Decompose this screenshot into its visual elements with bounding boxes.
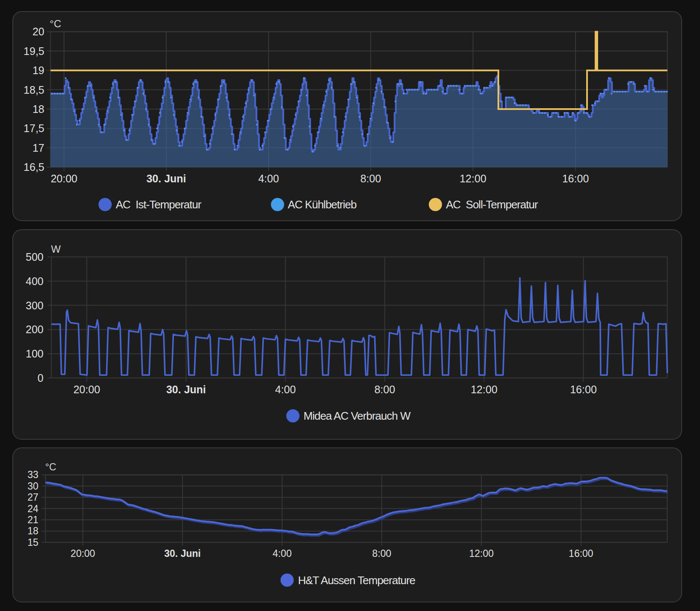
svg-text:20:00: 20:00 [51, 173, 78, 184]
svg-text:24: 24 [27, 503, 38, 514]
svg-text:4:00: 4:00 [258, 173, 279, 184]
svg-text:AC Soll-Temperatur: AC Soll-Temperatur [446, 198, 538, 211]
svg-text:8:00: 8:00 [374, 383, 395, 395]
svg-text:400: 400 [26, 275, 43, 287]
svg-text:19,5: 19,5 [23, 45, 44, 57]
svg-text:16,5: 16,5 [23, 161, 44, 173]
svg-text:30: 30 [27, 481, 38, 492]
svg-text:°C: °C [45, 461, 56, 473]
svg-text:AC Ist-Temperatur: AC Ist-Temperatur [116, 198, 202, 211]
svg-text:4:00: 4:00 [275, 383, 296, 395]
svg-text:21: 21 [27, 514, 38, 525]
svg-text:30. Juni: 30. Juni [166, 383, 206, 395]
svg-text:19: 19 [32, 64, 44, 76]
svg-text:12:00: 12:00 [460, 173, 486, 184]
svg-text:AC Kühlbetrieb: AC Kühlbetrieb [288, 198, 356, 211]
svg-text:15: 15 [27, 537, 38, 548]
svg-text:20:00: 20:00 [71, 548, 95, 559]
svg-text:17: 17 [32, 142, 44, 154]
svg-text:20:00: 20:00 [73, 383, 100, 395]
svg-text:°C: °C [50, 18, 61, 29]
svg-text:18: 18 [27, 525, 38, 536]
svg-text:H&T Aussen Temperature: H&T Aussen Temperature [298, 574, 415, 587]
svg-text:500: 500 [26, 251, 43, 263]
svg-text:16:00: 16:00 [562, 173, 589, 184]
svg-text:20: 20 [32, 26, 44, 37]
svg-text:18: 18 [32, 103, 44, 115]
svg-text:27: 27 [27, 492, 38, 503]
svg-text:8:00: 8:00 [372, 548, 391, 559]
svg-text:300: 300 [26, 300, 43, 311]
svg-text:12:00: 12:00 [469, 548, 494, 559]
svg-text:0: 0 [38, 372, 43, 384]
svg-text:30. Juni: 30. Juni [146, 173, 186, 184]
svg-text:16:00: 16:00 [570, 383, 597, 395]
svg-text:W: W [51, 243, 61, 255]
svg-text:33: 33 [27, 469, 38, 480]
svg-text:12:00: 12:00 [471, 383, 498, 395]
svg-text:16:00: 16:00 [569, 548, 593, 559]
svg-text:200: 200 [26, 323, 43, 335]
svg-text:30. Juni: 30. Juni [164, 548, 201, 559]
svg-text:100: 100 [26, 348, 43, 360]
svg-text:17,5: 17,5 [23, 122, 44, 134]
svg-text:8:00: 8:00 [360, 173, 381, 184]
svg-text:Midea AC Verbrauch W: Midea AC Verbrauch W [304, 409, 411, 422]
svg-text:4:00: 4:00 [272, 548, 292, 559]
svg-text:18,5: 18,5 [23, 84, 44, 96]
